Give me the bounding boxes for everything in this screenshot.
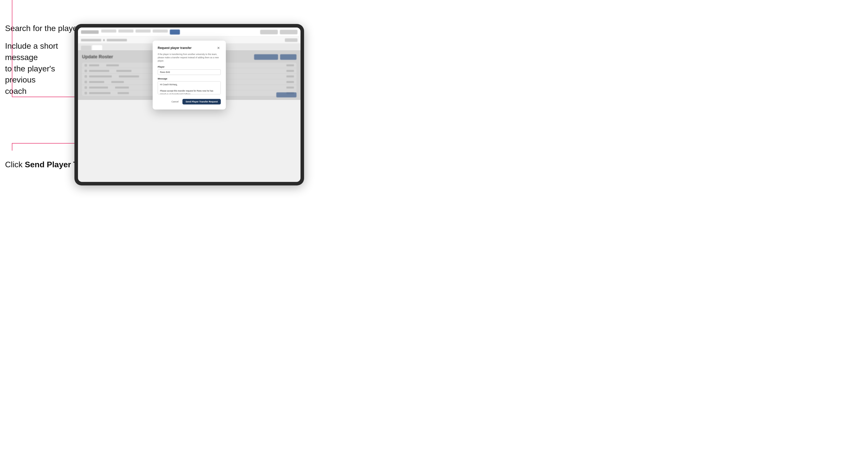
nav-item-1 xyxy=(101,30,116,33)
main-content: Update Roster xyxy=(78,50,301,100)
message-field-label: Message xyxy=(158,77,221,80)
send-transfer-request-button[interactable]: Send Player Transfer Request xyxy=(182,99,221,104)
nav-items xyxy=(101,30,258,35)
modal-title: Request player transfer xyxy=(158,46,191,50)
cancel-button[interactable]: Cancel xyxy=(169,99,180,104)
modal-header: Request player transfer ✕ xyxy=(158,46,221,50)
app-logo xyxy=(81,30,99,34)
modal-close-button[interactable]: ✕ xyxy=(216,46,221,50)
modal-overlay: Request player transfer ✕ If the player … xyxy=(78,50,301,100)
modal-footer: Cancel Send Player Transfer Request xyxy=(158,99,221,104)
app-header xyxy=(78,28,301,37)
player-search-input[interactable] xyxy=(158,69,221,75)
transfer-request-modal: Request player transfer ✕ If the player … xyxy=(153,41,226,109)
header-right xyxy=(260,30,298,34)
breadcrumb-action xyxy=(285,38,298,42)
tab-active xyxy=(92,45,102,50)
breadcrumb-1 xyxy=(81,39,101,41)
nav-item-4 xyxy=(153,30,168,33)
header-btn-1 xyxy=(260,30,278,34)
breadcrumb-2 xyxy=(107,39,127,41)
breadcrumb-sep xyxy=(103,39,105,41)
tab-1 xyxy=(81,46,91,50)
message-textarea[interactable]: Hi Coach McHarg, Please accept this tran… xyxy=(158,81,221,94)
player-field-label: Player xyxy=(158,66,221,68)
modal-description: If the player is transferring from anoth… xyxy=(158,53,221,62)
annotation-message: Include a short messageto the player's p… xyxy=(5,40,71,97)
tablet-device: Update Roster xyxy=(74,24,304,185)
header-btn-2 xyxy=(280,30,298,34)
annotation-search: Search for the player. xyxy=(5,23,82,34)
nav-item-2 xyxy=(118,30,133,33)
nav-item-active xyxy=(170,30,180,35)
tablet-screen: Update Roster xyxy=(78,28,301,182)
nav-item-3 xyxy=(135,30,151,33)
